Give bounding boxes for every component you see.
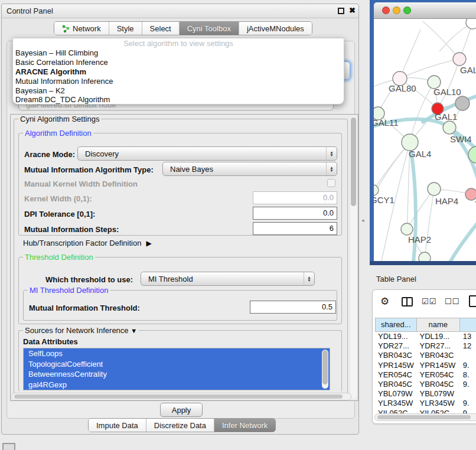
table-cell[interactable]: YDR27... bbox=[416, 341, 459, 351]
table-cell[interactable]: YBR043C bbox=[375, 351, 416, 360]
tab-select[interactable]: Select bbox=[142, 22, 180, 35]
attribute-item[interactable]: BetweennessCentrality bbox=[24, 369, 330, 380]
table-cell[interactable]: YER054C bbox=[375, 370, 416, 380]
table-cell[interactable] bbox=[460, 351, 476, 360]
table-cell[interactable]: 8. bbox=[460, 370, 476, 380]
float-window-icon[interactable] bbox=[338, 8, 344, 14]
tab-network[interactable]: Network bbox=[54, 22, 109, 35]
dpi-tolerance-input[interactable]: 0.0 bbox=[253, 207, 337, 220]
table-hscrollbar-track[interactable] bbox=[374, 413, 476, 421]
table-cell[interactable]: 9. bbox=[460, 361, 476, 370]
close-traffic-light[interactable] bbox=[382, 6, 390, 14]
settings-vscrollbar-thumb[interactable] bbox=[351, 118, 356, 206]
column-header[interactable] bbox=[460, 318, 476, 332]
network-node[interactable] bbox=[419, 252, 431, 261]
mi-algorithm-type-combo[interactable]: Naive Bayes ▲▼ bbox=[162, 162, 337, 176]
table-row[interactable]: YDL19...YDL19...13 bbox=[375, 332, 476, 341]
attribute-item[interactable]: gal4RGexp bbox=[24, 380, 330, 390]
algorithm-item[interactable]: Bayesian – K2 bbox=[13, 86, 344, 96]
algorithm-item[interactable]: Dream8 DC_TDC Algorithm bbox=[13, 95, 344, 105]
table-cell[interactable]: YIL052C bbox=[416, 409, 459, 414]
table-cell[interactable]: YBR045C bbox=[375, 380, 416, 389]
table-cell[interactable]: 9 bbox=[460, 409, 476, 414]
hub-transcription-section[interactable]: Hub/Transcription Factor Definition▶ bbox=[23, 239, 152, 247]
network-node[interactable] bbox=[466, 19, 476, 29]
network-node-y[interactable] bbox=[465, 188, 476, 200]
table-row[interactable]: YBL079WYBL079W bbox=[375, 389, 476, 399]
aracne-mode-combo[interactable]: Discovery ▲▼ bbox=[77, 146, 337, 161]
tab-infer-network[interactable]: Infer Network bbox=[214, 419, 275, 432]
algorithm-item[interactable]: Basic Correlation Inference bbox=[13, 58, 344, 67]
network-node-hap4[interactable] bbox=[428, 182, 441, 195]
table-cell[interactable]: YPR145W bbox=[375, 361, 416, 370]
tab-jactivemnodules[interactable]: jActiveMNodules bbox=[239, 22, 312, 35]
table-cell[interactable]: 9. bbox=[460, 380, 476, 389]
table-cell[interactable]: YIL052C bbox=[375, 409, 416, 414]
attributes-vscrollbar-track[interactable] bbox=[322, 350, 328, 389]
algorithm-item[interactable]: Mutual Information Inference bbox=[13, 77, 344, 86]
network-node-hap2[interactable] bbox=[401, 223, 413, 235]
table-cell[interactable]: YBL079W bbox=[416, 389, 459, 399]
table-row[interactable]: YDR27...YDR27...12 bbox=[375, 341, 476, 351]
close-icon[interactable]: ✖ bbox=[349, 6, 356, 15]
table-cell[interactable]: 12 bbox=[460, 341, 476, 351]
mi-steps-input[interactable]: 6 bbox=[253, 222, 337, 235]
table-row[interactable]: YER054CYER054C8. bbox=[375, 370, 476, 380]
network-node[interactable] bbox=[455, 96, 470, 110]
column-header[interactable]: shared... bbox=[375, 318, 417, 332]
table-cell[interactable]: YDL19... bbox=[375, 332, 416, 341]
mi-threshold-input[interactable]: 0.5 bbox=[250, 301, 336, 314]
columns-icon[interactable] bbox=[402, 297, 413, 306]
select-all-checkboxes-icon[interactable]: ☑☑ bbox=[422, 297, 436, 306]
deselect-all-checkboxes-icon[interactable]: ☐☐ bbox=[445, 297, 459, 306]
tab-impute-data[interactable]: Impute Data bbox=[89, 419, 146, 432]
table-cell[interactable] bbox=[460, 389, 476, 399]
node-table: shared...name YDL19...YDL19...13YDR27...… bbox=[375, 318, 476, 413]
table-cell[interactable]: YBL079W bbox=[375, 389, 416, 399]
table-cell[interactable]: 9. bbox=[460, 399, 476, 408]
splitter-collapse-arrow[interactable]: ◂ bbox=[361, 217, 364, 223]
tab-style[interactable]: Style bbox=[109, 22, 142, 35]
table-cell[interactable]: YER054C bbox=[416, 370, 459, 380]
tab-cyni-toolbox[interactable]: Cyni Toolbox bbox=[180, 22, 239, 35]
minimize-traffic-light[interactable] bbox=[393, 6, 400, 14]
algorithm-item[interactable]: ARACNE Algorithm bbox=[13, 67, 344, 77]
data-attributes-list[interactable]: SelfLoopsTopologicalCoefficientBetweenne… bbox=[23, 348, 330, 390]
export-table-icon[interactable] bbox=[469, 295, 476, 307]
attributes-vscrollbar-thumb[interactable] bbox=[322, 350, 328, 384]
network-window-titlebar[interactable] bbox=[374, 2, 476, 19]
attribute-item[interactable]: SelfLoops bbox=[24, 348, 330, 359]
table-cell[interactable]: YBR045C bbox=[416, 380, 459, 389]
column-header[interactable]: name bbox=[417, 318, 460, 332]
gear-icon[interactable]: ⚙ bbox=[380, 295, 389, 308]
table-cell[interactable]: YLR345W bbox=[416, 399, 459, 408]
table-cell[interactable]: 13 bbox=[460, 332, 476, 341]
settings-hscrollbar-thumb[interactable] bbox=[14, 394, 343, 399]
settings-vscrollbar-track[interactable] bbox=[350, 116, 357, 399]
table-row[interactable]: YBR045CYBR045C9. bbox=[375, 380, 476, 389]
table-cell[interactable]: YPR145W bbox=[416, 361, 459, 370]
attribute-item[interactable]: TopologicalCoefficient bbox=[24, 359, 330, 370]
minimized-panel-icon[interactable] bbox=[2, 443, 15, 450]
network-node-gal[interactable] bbox=[453, 53, 466, 66]
tab-discretize-data[interactable]: Discretize Data bbox=[146, 419, 214, 432]
table-cell[interactable]: YDR27... bbox=[375, 341, 416, 351]
which-threshold-combo[interactable]: MI Threshold ▲▼ bbox=[141, 272, 315, 286]
network-node-swi4[interactable] bbox=[443, 121, 456, 134]
table-cell[interactable]: YLR345W bbox=[375, 399, 416, 408]
collapse-icon[interactable]: ▼ bbox=[131, 327, 137, 334]
table-row[interactable]: YPR145WYPR145W9. bbox=[375, 361, 476, 370]
algorithm-item[interactable]: Bayesian – Hill Climbing bbox=[13, 48, 344, 58]
table-cell[interactable]: YDL19... bbox=[416, 332, 459, 341]
expand-icon[interactable]: ▶ bbox=[146, 239, 151, 247]
zoom-traffic-light[interactable] bbox=[403, 6, 411, 14]
apply-button[interactable]: Apply bbox=[160, 403, 203, 417]
table-row[interactable]: YLR345WYLR345W9. bbox=[375, 399, 476, 408]
network-canvas[interactable]: GALGAL80GAL10GAL1GAL11SWI4GAL4GCY1HAP4YH… bbox=[374, 19, 476, 261]
table-row[interactable]: YIL052CYIL052C9 bbox=[375, 409, 476, 414]
table-cell[interactable]: YBR043C bbox=[416, 351, 459, 360]
table-row[interactable]: YBR043CYBR043C bbox=[375, 351, 476, 360]
network-node-gal4[interactable] bbox=[402, 134, 418, 151]
settings-hscrollbar-track[interactable] bbox=[11, 393, 351, 400]
table-hscrollbar-thumb[interactable] bbox=[377, 415, 471, 419]
